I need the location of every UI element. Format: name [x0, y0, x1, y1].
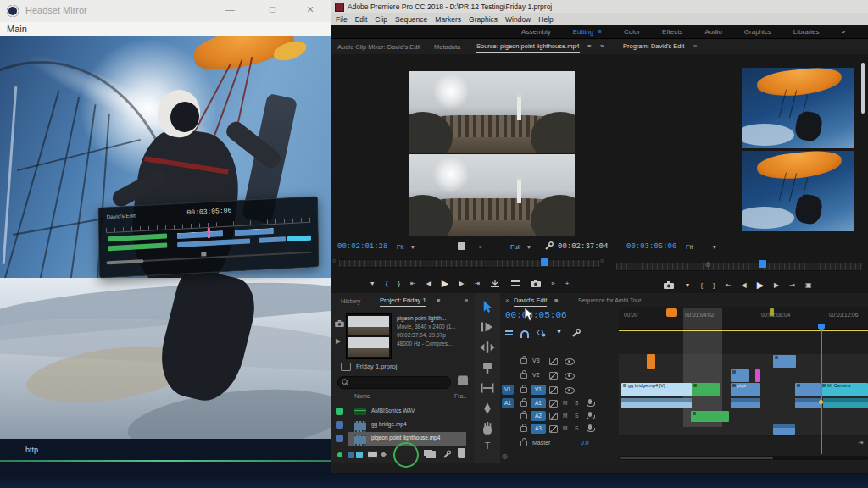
- mark-in-icon[interactable]: {: [386, 280, 388, 287]
- program-playhead[interactable]: [759, 260, 766, 268]
- label-chip-green[interactable]: [336, 408, 343, 415]
- audio-keyframe-dot[interactable]: [819, 400, 823, 404]
- audio-clip-a3[interactable]: [773, 424, 795, 435]
- label-chip-blue[interactable]: [336, 435, 343, 442]
- timeline-ruler[interactable]: 00:00 00:01:04:02 00:02:08:04 00:03:12:0…: [619, 307, 868, 330]
- menu-edit[interactable]: Edit: [355, 15, 368, 24]
- clip-camera-v1[interactable]: M. Camera: [821, 383, 868, 396]
- clip-green-v1[interactable]: [692, 383, 720, 396]
- program-panel-menu-icon[interactable]: ≡: [693, 42, 697, 50]
- toggle-track-output-eye-icon[interactable]: [565, 373, 575, 380]
- voiceover-mic-icon[interactable]: [588, 412, 592, 417]
- workspace-assembly[interactable]: Assembly: [521, 28, 551, 36]
- master-gain-value[interactable]: 0.0: [581, 440, 589, 446]
- add-marker-icon[interactable]: ▼: [370, 280, 376, 286]
- snap-magnet-icon[interactable]: [520, 330, 529, 338]
- icon-view-icon[interactable]: [348, 452, 354, 458]
- sync-lock-icon[interactable]: [549, 400, 558, 408]
- sync-lock-icon[interactable]: [549, 372, 558, 380]
- pen-tool-icon[interactable]: [480, 402, 495, 415]
- step-back-icon[interactable]: ◀: [426, 280, 431, 287]
- slip-tool-icon[interactable]: [480, 381, 495, 395]
- workspace-color[interactable]: Color: [624, 28, 640, 36]
- lock-icon[interactable]: [520, 413, 527, 419]
- workspace-editing-menu-icon[interactable]: ≡: [598, 28, 602, 36]
- track-target-a3[interactable]: A3: [531, 424, 546, 434]
- track-label-master[interactable]: Master: [532, 440, 550, 446]
- export-frame-camera-icon[interactable]: [664, 281, 674, 289]
- sync-lock-icon[interactable]: [549, 413, 558, 420]
- project-item-row[interactable]: gg bridge.mp4: [331, 419, 475, 432]
- source-output-icon[interactable]: ⇥: [476, 243, 481, 251]
- audio-clip-a2-green[interactable]: [691, 411, 729, 422]
- add-marker-icon[interactable]: ▼: [684, 282, 690, 288]
- type-tool-icon[interactable]: T: [480, 441, 495, 454]
- clip-magenta-v2[interactable]: [755, 369, 760, 382]
- track-lane-a2[interactable]: [619, 410, 868, 424]
- headset-main-menu[interactable]: Main: [7, 24, 27, 34]
- headset-menu-bar[interactable]: Main: [0, 22, 331, 36]
- tab-audio-clip-mixer[interactable]: Audio Clip Mixer: David's Edit: [337, 43, 420, 51]
- clip-orange-v3[interactable]: [647, 354, 655, 369]
- source-playhead[interactable]: [541, 258, 548, 266]
- timeline-tab-close-icon[interactable]: ×: [505, 297, 509, 304]
- mute-button[interactable]: M: [563, 400, 567, 406]
- track-label-v3[interactable]: V3: [532, 358, 540, 363]
- mute-button[interactable]: M: [563, 413, 567, 419]
- program-current-timecode[interactable]: 00:03:05:06: [626, 242, 676, 251]
- close-button[interactable]: ×: [307, 3, 314, 16]
- step-forward-icon[interactable]: ▶: [459, 280, 464, 287]
- menu-help[interactable]: Help: [538, 15, 553, 24]
- track-target-v1[interactable]: V1: [531, 385, 546, 395]
- item-name-pigeon-point[interactable]: pigeon point lighthouse.mp4: [371, 435, 440, 441]
- sequence-marker-orange[interactable]: [666, 308, 677, 317]
- track-header-a1[interactable]: A1 A1 M S: [500, 397, 619, 410]
- menu-markers[interactable]: Markers: [435, 15, 461, 24]
- source-resolution-select[interactable]: Full: [510, 243, 520, 251]
- go-to-out-icon[interactable]: ⇥: [474, 280, 480, 287]
- tab-source-monitor[interactable]: Source: pigeon point lighthouse.mp4: [476, 42, 580, 53]
- premiere-title-bar[interactable]: Adobe Premiere Pro CC 2018 - D:\PR 12 Te…: [331, 0, 868, 13]
- preview-thumbnail[interactable]: [346, 313, 392, 359]
- list-view-icon[interactable]: [337, 452, 342, 458]
- freeform-view-icon[interactable]: [356, 452, 363, 458]
- project-item-row[interactable]: AMBISonics WAV: [331, 405, 475, 419]
- preview-play-icon[interactable]: ▶: [336, 337, 341, 345]
- maximize-button[interactable]: □: [270, 3, 275, 15]
- item-name-ambisonics[interactable]: AMBISonics WAV: [371, 408, 415, 413]
- column-header-name[interactable]: Name: [354, 393, 370, 399]
- audio-clip-a1[interactable]: [621, 398, 692, 408]
- program-scrubber[interactable]: [616, 263, 862, 271]
- source-settings-wrench-icon[interactable]: [544, 241, 554, 251]
- play-button-icon[interactable]: ▶: [757, 280, 764, 291]
- mark-out-icon[interactable]: }: [398, 280, 400, 287]
- panel-corner-icon[interactable]: ◎: [502, 452, 508, 460]
- menu-graphics[interactable]: Graphics: [469, 15, 498, 24]
- track-header-v2[interactable]: V2: [500, 369, 619, 383]
- insert-icon[interactable]: [490, 280, 500, 287]
- ripple-edit-tool-icon[interactable]: [480, 341, 495, 354]
- minimize-button[interactable]: —: [225, 4, 235, 14]
- program-zoom-dropdown-icon[interactable]: ▾: [713, 243, 716, 251]
- tab-metadata[interactable]: Metadata: [434, 43, 460, 51]
- program-scrollbar[interactable]: [861, 63, 865, 114]
- solo-button[interactable]: S: [575, 413, 578, 419]
- source-scrub-left-end[interactable]: ○: [332, 258, 336, 263]
- tab-history[interactable]: History: [341, 297, 360, 305]
- new-search-bin-folder-icon[interactable]: [458, 377, 468, 385]
- audio-clip-a1-teal[interactable]: [823, 398, 868, 408]
- workspace-editing[interactable]: Editing: [573, 28, 593, 36]
- clip-blue-v1[interactable]: [795, 383, 821, 396]
- clip-ggbridge-v1[interactable]: gg bridge.mp4 [V]: [621, 383, 692, 396]
- source-panel-menu-icon[interactable]: ≡: [587, 42, 591, 52]
- play-button-icon[interactable]: ▶: [442, 278, 448, 289]
- workspace-graphics[interactable]: Graphics: [744, 28, 771, 36]
- button-editor-plus-icon[interactable]: +: [565, 280, 570, 287]
- lift-icon[interactable]: ▣: [805, 281, 812, 289]
- sync-lock-icon[interactable]: [549, 425, 558, 433]
- timeline-tab[interactable]: David's Edit: [514, 297, 547, 307]
- timeline-timecode[interactable]: 00:03:05:06: [505, 310, 567, 320]
- track-target-a2[interactable]: A2: [531, 411, 546, 421]
- menu-file[interactable]: File: [336, 15, 348, 24]
- clip-pigeon-v1[interactable]: pige: [731, 383, 760, 396]
